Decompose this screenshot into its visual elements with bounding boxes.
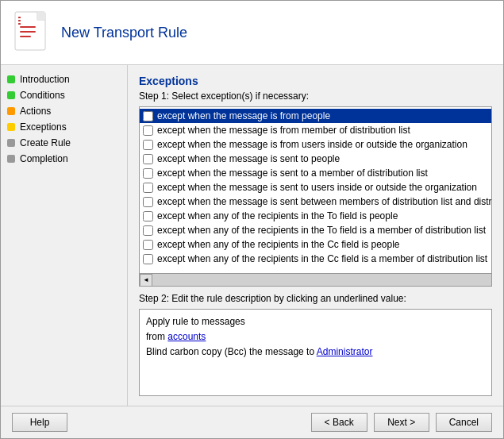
exception-checkbox-6[interactable] bbox=[143, 183, 153, 193]
transport-rule-icon bbox=[13, 10, 52, 55]
exception-checkbox-3[interactable] bbox=[143, 140, 153, 150]
sidebar-item-exceptions[interactable]: Exceptions bbox=[1, 119, 127, 135]
exception-text-2: except when the message is from member o… bbox=[157, 125, 410, 136]
sidebar-dot-completion bbox=[7, 155, 15, 163]
exception-text-10: except when any of the recipients in the… bbox=[157, 239, 400, 250]
sidebar-dot-introduction bbox=[7, 75, 15, 83]
exception-text-1: except when the message is from people bbox=[157, 110, 330, 121]
main-content: Exceptions Step 1: Select exception(s) i… bbox=[128, 65, 503, 406]
exception-item-9[interactable]: except when any of the recipients in the… bbox=[140, 223, 492, 237]
exception-checkbox-9[interactable] bbox=[143, 225, 153, 236]
exception-text-9: except when any of the recipients in the… bbox=[157, 225, 486, 236]
help-button[interactable]: Help bbox=[12, 413, 67, 432]
step2-line-1: Apply rule to messages bbox=[146, 314, 485, 329]
svg-rect-3 bbox=[20, 26, 36, 28]
svg-rect-2 bbox=[37, 12, 45, 20]
cancel-button[interactable]: Cancel bbox=[436, 413, 492, 432]
exception-item-8[interactable]: except when any of the recipients in the… bbox=[140, 209, 492, 223]
exception-item-3[interactable]: except when the message is from users in… bbox=[140, 137, 492, 152]
exception-checkbox-2[interactable] bbox=[143, 125, 153, 136]
sidebar-label-introduction: Introduction bbox=[20, 74, 70, 85]
exception-checkbox-4[interactable] bbox=[143, 154, 153, 164]
scroll-left-btn[interactable]: ◄ bbox=[140, 274, 152, 287]
sidebar-dot-actions bbox=[7, 107, 15, 115]
dialog-title: New Transport Rule bbox=[61, 25, 187, 41]
exception-checkbox-10[interactable] bbox=[143, 240, 153, 250]
exception-text-6: except when the message is sent to users… bbox=[157, 182, 477, 193]
dialog-header: New Transport Rule bbox=[1, 1, 503, 65]
sidebar-label-actions: Actions bbox=[20, 106, 51, 117]
svg-rect-7 bbox=[18, 20, 21, 21]
dialog-footer: Help < Back Next > Cancel bbox=[1, 406, 503, 438]
exception-text-5: except when the message is sent to a mem… bbox=[157, 168, 428, 179]
exception-checkbox-8[interactable] bbox=[143, 211, 153, 221]
exception-checkbox-5[interactable] bbox=[143, 168, 153, 179]
exception-text-7: except when the message is sent between … bbox=[157, 196, 492, 207]
new-transport-rule-dialog: New Transport Rule Introduction Conditio… bbox=[0, 0, 504, 439]
dialog-body: Introduction Conditions Actions Exceptio… bbox=[1, 65, 503, 406]
svg-rect-5 bbox=[20, 36, 31, 37]
sidebar-item-introduction[interactable]: Introduction bbox=[1, 71, 127, 87]
step2-label: Step 2: Edit the rule description by cli… bbox=[139, 293, 492, 304]
step1-label: Step 1: Select exception(s) if necessary… bbox=[139, 90, 492, 102]
sidebar-item-actions[interactable]: Actions bbox=[1, 103, 127, 119]
svg-rect-8 bbox=[18, 23, 21, 25]
exception-text-8: except when any of the recipients in the… bbox=[157, 210, 398, 221]
next-button[interactable]: Next > bbox=[374, 413, 429, 432]
svg-rect-6 bbox=[18, 17, 21, 18]
exception-checkbox-11[interactable] bbox=[143, 254, 153, 264]
exception-item-1[interactable]: except when the message is from people bbox=[140, 109, 492, 123]
exception-item-2[interactable]: except when the message is from member o… bbox=[140, 123, 492, 137]
accounts-link[interactable]: accounts bbox=[167, 331, 206, 342]
step2-line-3: Blind carbon copy (Bcc) the message to A… bbox=[146, 345, 485, 360]
sidebar-label-completion: Completion bbox=[20, 153, 68, 164]
sidebar-label-create-rule: Create Rule bbox=[20, 137, 71, 148]
sidebar-label-conditions: Conditions bbox=[20, 90, 65, 101]
exception-checkbox-1[interactable] bbox=[143, 111, 153, 121]
sidebar-dot-exceptions bbox=[7, 123, 15, 131]
exception-item-10[interactable]: except when any of the recipients in the… bbox=[140, 237, 492, 252]
exception-checkbox-7[interactable] bbox=[143, 197, 153, 207]
exception-item-4[interactable]: except when the message is sent to peopl… bbox=[140, 152, 492, 166]
exception-text-4: except when the message is sent to peopl… bbox=[157, 153, 340, 164]
sidebar-label-exceptions: Exceptions bbox=[20, 121, 67, 133]
sidebar-dot-conditions bbox=[7, 91, 15, 99]
sidebar-item-conditions[interactable]: Conditions bbox=[1, 87, 127, 103]
exceptions-list[interactable]: except when the message is from peopleex… bbox=[140, 107, 492, 273]
sidebar-item-create-rule[interactable]: Create Rule bbox=[1, 135, 127, 151]
exception-text-3: except when the message is from users in… bbox=[157, 139, 467, 150]
back-button[interactable]: < Back bbox=[311, 413, 367, 432]
exception-text-11: except when any of the recipients in the… bbox=[157, 253, 487, 264]
exceptions-list-container: except when the message is from peopleex… bbox=[139, 106, 492, 287]
exception-item-5[interactable]: except when the message is sent to a mem… bbox=[140, 166, 492, 180]
sidebar-dot-create-rule bbox=[7, 139, 15, 147]
sidebar: Introduction Conditions Actions Exceptio… bbox=[1, 65, 128, 406]
step2-line-2: from accounts bbox=[146, 329, 485, 345]
hscrollbar[interactable]: ◄ ► bbox=[140, 273, 492, 286]
administrator-link[interactable]: Administrator bbox=[317, 346, 373, 357]
svg-rect-4 bbox=[20, 31, 36, 33]
footer-nav-buttons: < Back Next > Cancel bbox=[311, 413, 492, 432]
hscroll-track bbox=[152, 274, 492, 286]
step2-box: Apply rule to messages from accounts Bli… bbox=[139, 309, 492, 396]
list-scroll-wrapper: except when the message is from peopleex… bbox=[140, 107, 492, 286]
exception-item-6[interactable]: except when the message is sent to users… bbox=[140, 180, 492, 194]
sidebar-item-completion[interactable]: Completion bbox=[1, 151, 127, 167]
exception-item-11[interactable]: except when any of the recipients in the… bbox=[140, 252, 492, 266]
step2-text: Apply rule to messages from accounts Bli… bbox=[146, 314, 485, 360]
list-inner: except when the message is from peopleex… bbox=[140, 107, 492, 273]
section-title: Exceptions bbox=[139, 75, 492, 87]
exception-item-7[interactable]: except when the message is sent between … bbox=[140, 194, 492, 209]
